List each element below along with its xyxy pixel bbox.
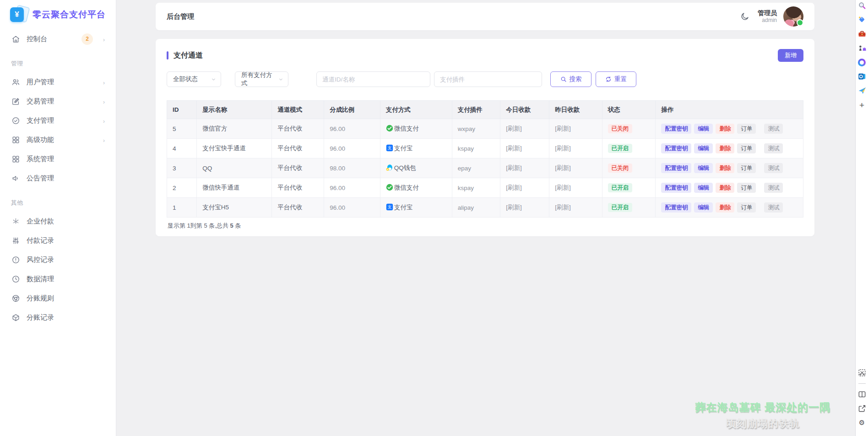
alipay-icon: 支 <box>386 144 393 152</box>
cell-mode: 平台代收 <box>272 139 324 158</box>
order-button[interactable]: 订单 <box>737 202 756 213</box>
order-button[interactable]: 订单 <box>737 124 756 134</box>
sidebar-menu: 控制台2›管理用户管理›交易管理›支付管理›高级功能›系统管理公告管理其他企业付… <box>0 27 116 327</box>
asterisk-icon <box>11 217 20 226</box>
order-button[interactable]: 订单 <box>737 163 756 174</box>
delete-button[interactable]: 删除 <box>716 163 734 174</box>
wechat-icon <box>386 125 393 132</box>
sidebar-item-grid-3[interactable]: 高级功能› <box>6 130 109 149</box>
filters: 全部状态 所有支付方式 搜索 <box>167 71 803 87</box>
sidebar-item-users-0[interactable]: 用户管理› <box>6 72 109 92</box>
add-button[interactable]: 新增 <box>778 49 803 62</box>
sidebar-item-edit-1[interactable]: 交易管理› <box>6 92 109 111</box>
cell-method: 微信支付 <box>380 178 452 198</box>
refresh-icon <box>605 76 612 82</box>
user-block[interactable]: 管理员 admin <box>758 9 777 24</box>
refresh-yesterday-link[interactable]: [刷新] <box>555 125 571 132</box>
grid-icon <box>11 154 20 164</box>
toolbox-icon[interactable] <box>857 29 867 38</box>
payment-channel-panel: 支付通道 新增 全部状态 所有支付方式 <box>156 39 814 236</box>
send-icon[interactable] <box>857 86 867 95</box>
method-label: 微信支付 <box>394 125 419 132</box>
avatar[interactable] <box>783 6 803 27</box>
sidebar-item-chrome-4[interactable]: 分账规则 <box>6 289 109 308</box>
sidebar-item-asterisk-0[interactable]: 企业付款 <box>6 212 109 231</box>
configure-key-button[interactable]: 配置密钥 <box>661 183 691 193</box>
sidebar: ¥ 零云聚合支付平台 控制台2›管理用户管理›交易管理›支付管理›高级功能›系统… <box>0 0 116 436</box>
plugin-input[interactable] <box>434 71 542 87</box>
test-button[interactable]: 测试 <box>764 183 783 193</box>
plus-icon[interactable]: + <box>857 100 867 109</box>
tag-icon[interactable] <box>857 15 867 24</box>
sidebar-item-alert-2[interactable]: 风控记录 <box>6 250 109 269</box>
cell-plugin: kspay <box>452 178 500 198</box>
order-button[interactable]: 订单 <box>737 183 756 193</box>
edit-button[interactable]: 编辑 <box>694 163 713 174</box>
copilot-icon[interactable] <box>857 58 867 67</box>
search-button[interactable]: 搜索 <box>550 71 591 87</box>
sidebar-item-label: 高级功能 <box>27 136 97 144</box>
settings-icon[interactable]: ⚙ <box>857 418 867 427</box>
status-badge: 已开启 <box>608 144 633 153</box>
sidebar-section-label: 管理 <box>6 49 109 72</box>
test-button[interactable]: 测试 <box>764 202 783 213</box>
refresh-yesterday-link[interactable]: [刷新] <box>555 204 571 211</box>
table-row: 3QQ平台代收98.00QQ钱包epay[刷新][刷新]已关闭配置密钥编辑删除订… <box>167 158 803 178</box>
games-icon[interactable] <box>857 44 867 53</box>
configure-key-button[interactable]: 配置密钥 <box>661 202 691 213</box>
cell-today: [刷新] <box>500 139 549 158</box>
refresh-today-link[interactable]: [刷新] <box>506 125 522 132</box>
configure-key-button[interactable]: 配置密钥 <box>661 163 691 174</box>
reset-button[interactable]: 重置 <box>596 71 636 87</box>
refresh-yesterday-link[interactable]: [刷新] <box>555 164 571 171</box>
configure-key-button[interactable]: 配置密钥 <box>661 143 691 154</box>
outlook-icon[interactable] <box>857 72 867 81</box>
test-button[interactable]: 测试 <box>764 124 783 134</box>
delete-button[interactable]: 删除 <box>716 143 734 154</box>
refresh-today-link[interactable]: [刷新] <box>506 184 522 191</box>
sidebar-item-box-5[interactable]: 分账记录 <box>6 308 109 327</box>
edit-button[interactable]: 编辑 <box>694 124 713 134</box>
test-button[interactable]: 测试 <box>764 143 783 154</box>
edit-button[interactable]: 编辑 <box>694 202 713 213</box>
refresh-today-link[interactable]: [刷新] <box>506 164 522 171</box>
sidebar-item-speaker-5[interactable]: 公告管理 <box>6 169 109 188</box>
channel-id-input[interactable] <box>316 71 430 87</box>
sidebar-item-clock-3[interactable]: 数据清理 <box>6 269 109 289</box>
subtitle-line-2: 顷刻崩塌的铁轨 <box>695 417 830 431</box>
cell-actions: 配置密钥编辑删除订单测试 <box>656 119 803 139</box>
sidebar-item-grid-4[interactable]: 系统管理 <box>6 149 109 169</box>
edit-button[interactable]: 编辑 <box>694 183 713 193</box>
status-select[interactable]: 全部状态 <box>167 71 221 87</box>
sidebar-item-sliders-1[interactable]: 付款记录 <box>6 231 109 250</box>
dark-mode-toggle[interactable] <box>738 10 751 23</box>
topbar: 后台管理 管理员 admin <box>156 3 814 30</box>
refresh-yesterday-link[interactable]: [刷新] <box>555 145 571 152</box>
method-label: 支付宝 <box>394 145 413 152</box>
delete-button[interactable]: 删除 <box>716 202 734 213</box>
sidebar-item-label: 分账记录 <box>27 313 105 322</box>
refresh-today-link[interactable]: [刷新] <box>506 145 522 152</box>
screenshot-icon[interactable] <box>857 368 867 377</box>
configure-key-button[interactable]: 配置密钥 <box>661 124 691 134</box>
cell-status: 已开启 <box>602 139 656 158</box>
sidebar-item-home-0[interactable]: 控制台2› <box>6 29 109 49</box>
test-button[interactable]: 测试 <box>764 163 783 174</box>
edge-bar-divider <box>858 383 866 384</box>
cell-mode: 平台代收 <box>272 119 324 139</box>
sidebar-item-label: 数据清理 <box>27 275 105 283</box>
sidebar-item-check-circle-2[interactable]: 支付管理› <box>6 111 109 130</box>
search-icon[interactable] <box>857 1 867 10</box>
refresh-yesterday-link[interactable]: [刷新] <box>555 184 571 191</box>
split-screen-icon[interactable] <box>857 390 867 399</box>
notification-badge: 2 <box>81 33 93 45</box>
cell-ratio: 96.00 <box>324 178 380 198</box>
order-button[interactable]: 订单 <box>737 143 756 154</box>
delete-button[interactable]: 删除 <box>716 183 734 193</box>
refresh-today-link[interactable]: [刷新] <box>506 204 522 211</box>
method-select[interactable]: 所有支付方式 <box>235 71 288 87</box>
external-link-icon[interactable] <box>857 404 867 413</box>
edit-button[interactable]: 编辑 <box>694 143 713 154</box>
delete-button[interactable]: 删除 <box>716 124 734 134</box>
cell-plugin: alipay <box>452 198 500 218</box>
